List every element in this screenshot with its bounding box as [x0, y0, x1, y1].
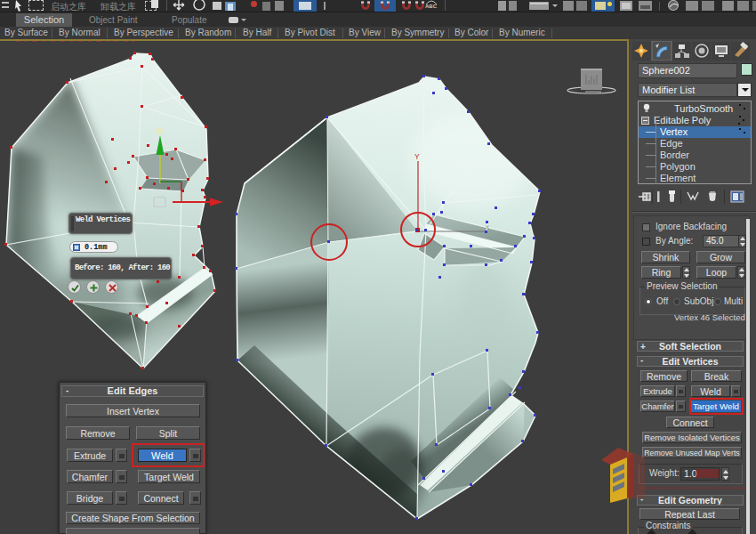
svg-text:x: x	[486, 222, 489, 231]
svg-text:Y: Y	[414, 152, 420, 161]
